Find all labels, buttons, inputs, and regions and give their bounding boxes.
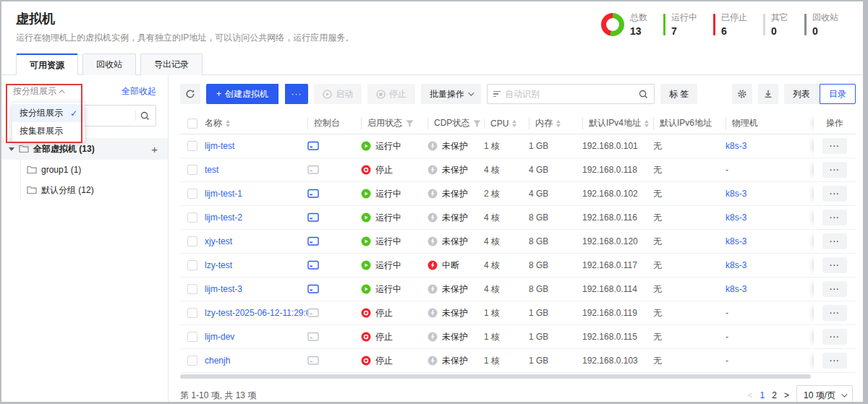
sort-icon[interactable] bbox=[226, 120, 230, 127]
next-page-button[interactable]: > bbox=[784, 390, 789, 400]
row-checkbox[interactable] bbox=[187, 165, 197, 175]
console-icon[interactable] bbox=[307, 189, 319, 199]
row-actions-button[interactable]: ··· bbox=[822, 210, 847, 225]
tree-item-group1[interactable]: group1 (1) bbox=[27, 160, 168, 180]
host-link[interactable]: k8s-3 bbox=[726, 141, 746, 151]
sort-icon[interactable] bbox=[556, 120, 561, 127]
column-header-status[interactable]: 启用状态 bbox=[361, 117, 427, 129]
row-actions-button[interactable]: ··· bbox=[822, 186, 847, 202]
console-icon[interactable] bbox=[307, 141, 319, 151]
console-icon[interactable] bbox=[307, 212, 319, 223]
stop-button: 停止 bbox=[367, 84, 415, 104]
create-vm-button[interactable]: + 创建虚拟机 bbox=[206, 84, 278, 104]
vm-name-link[interactable]: lijm-dev bbox=[205, 332, 234, 342]
table-row: lijm-test运行中未保护1 核1 GB192.168.0.101无k8s-… bbox=[180, 134, 856, 158]
tag-button[interactable]: 标 签 bbox=[660, 84, 697, 104]
row-actions-button[interactable]: ··· bbox=[822, 305, 847, 321]
cell-name: chenjh bbox=[205, 356, 307, 366]
sort-icon[interactable] bbox=[644, 120, 649, 127]
column-header-ipv4[interactable]: 默认IPv4地址 bbox=[582, 117, 653, 129]
tree-item-default-group[interactable]: 默认分组 (12) bbox=[27, 180, 168, 200]
search-icon[interactable] bbox=[639, 90, 648, 99]
add-group-button[interactable]: + bbox=[151, 144, 158, 155]
column-settings-button[interactable] bbox=[732, 84, 752, 104]
filter-icon[interactable] bbox=[406, 120, 414, 127]
row-actions-button[interactable]: ··· bbox=[822, 281, 847, 297]
select-all-checkbox[interactable] bbox=[187, 119, 197, 129]
row-actions-button[interactable]: ··· bbox=[822, 257, 847, 273]
table-search-input[interactable] bbox=[505, 89, 634, 99]
tab-available-resources[interactable]: 可用资源 bbox=[16, 53, 78, 75]
filter-icon[interactable] bbox=[473, 120, 481, 127]
console-icon[interactable] bbox=[307, 236, 319, 246]
cell-memory: 1 GB bbox=[529, 356, 582, 366]
group-sidebar: 按分组展示 全部收起 按分组展示 ✓ 按 bbox=[1, 75, 169, 402]
row-actions-button[interactable]: ··· bbox=[822, 138, 847, 154]
stat-value: 0 bbox=[812, 25, 838, 37]
vm-name-link[interactable]: lzy-test bbox=[205, 260, 232, 270]
host-link[interactable]: k8s-3 bbox=[726, 236, 746, 246]
page-button-1[interactable]: 1 bbox=[760, 390, 765, 400]
row-actions-button[interactable]: ··· bbox=[822, 162, 847, 178]
table-row: lijm-dev停止未保护1 核1 GB192.168.0.115无-··· bbox=[180, 325, 856, 349]
cdp-status-icon bbox=[427, 260, 438, 270]
group-display-dropdown-trigger[interactable]: 按分组展示 bbox=[13, 85, 65, 98]
vm-name-link[interactable]: lijm-test-1 bbox=[205, 189, 242, 199]
row-checkbox[interactable] bbox=[187, 141, 197, 151]
vm-name-link[interactable]: lijm-test bbox=[205, 141, 234, 151]
vm-name-link[interactable]: lijm-test-3 bbox=[205, 284, 242, 294]
collapse-all-link[interactable]: 全部收起 bbox=[122, 85, 156, 98]
view-catalog-button[interactable]: 目录 bbox=[820, 84, 856, 104]
row-actions-button[interactable]: ··· bbox=[822, 233, 847, 249]
export-button[interactable] bbox=[758, 84, 778, 104]
row-checkbox[interactable] bbox=[187, 332, 197, 342]
page-title: 虚拟机 bbox=[16, 10, 354, 27]
dropdown-option-by-cluster[interactable]: 按集群展示 bbox=[12, 122, 85, 140]
table-search-box[interactable] bbox=[487, 84, 655, 104]
page-size-select[interactable]: 10 项/页 bbox=[796, 385, 853, 404]
vm-name-link[interactable]: lzy-test-2025-06-12-11:29:00 bbox=[205, 308, 307, 318]
search-icon[interactable] bbox=[140, 111, 150, 121]
row-checkbox[interactable] bbox=[187, 260, 197, 270]
cell-status: 停止 bbox=[361, 355, 427, 367]
vm-name-link[interactable]: xjy-test bbox=[205, 236, 232, 246]
dropdown-option-by-group[interactable]: 按分组展示 ✓ bbox=[12, 104, 85, 122]
column-header-cpu[interactable]: CPU bbox=[484, 119, 529, 129]
refresh-button[interactable] bbox=[180, 84, 200, 104]
tab-recycle-bin[interactable]: 回收站 bbox=[82, 53, 136, 75]
create-more-button[interactable]: ··· bbox=[285, 84, 308, 104]
console-icon[interactable] bbox=[307, 260, 319, 270]
row-actions-button[interactable]: ··· bbox=[822, 329, 847, 345]
console-icon bbox=[307, 165, 319, 175]
column-header-cdp[interactable]: CDP状态 bbox=[427, 117, 484, 129]
column-header-name[interactable]: 名称 bbox=[205, 117, 307, 129]
host-link[interactable]: k8s-3 bbox=[726, 260, 746, 270]
column-header-memory[interactable]: 内存 bbox=[529, 117, 582, 129]
create-vm-label: 创建虚拟机 bbox=[225, 88, 268, 100]
host-link[interactable]: k8s-3 bbox=[726, 284, 746, 294]
page-subtitle: 运行在物理机上的虚拟机实例，具有独立的IP地址，可以访问公共网络，运行应用服务。 bbox=[16, 32, 354, 44]
vm-name-link[interactable]: lijm-test-2 bbox=[205, 212, 242, 223]
caret-down-icon[interactable] bbox=[9, 147, 14, 151]
row-checkbox[interactable] bbox=[187, 356, 197, 366]
page-button-2[interactable]: 2 bbox=[772, 390, 777, 400]
row-checkbox[interactable] bbox=[187, 212, 197, 223]
cell-cpu: 4 核 bbox=[484, 212, 529, 224]
row-actions-button[interactable]: ··· bbox=[822, 353, 847, 369]
vm-name-link[interactable]: test bbox=[205, 165, 218, 175]
stat-label: 已停止 bbox=[721, 12, 747, 24]
host-link[interactable]: k8s-3 bbox=[726, 212, 746, 223]
row-checkbox[interactable] bbox=[187, 189, 197, 199]
row-checkbox[interactable] bbox=[187, 284, 197, 294]
cell-actions: ··· bbox=[814, 349, 856, 372]
sort-icon[interactable] bbox=[512, 120, 516, 127]
console-icon[interactable] bbox=[307, 284, 319, 294]
row-checkbox[interactable] bbox=[187, 308, 197, 318]
row-checkbox[interactable] bbox=[187, 236, 197, 246]
batch-actions-button[interactable]: 批量操作 bbox=[421, 84, 481, 104]
tab-export-records[interactable]: 导出记录 bbox=[140, 53, 203, 75]
vm-name-link[interactable]: chenjh bbox=[205, 356, 230, 366]
stop-circle-icon bbox=[376, 90, 386, 99]
view-list-button[interactable]: 列表 bbox=[784, 84, 819, 104]
host-link[interactable]: k8s-3 bbox=[726, 189, 746, 199]
